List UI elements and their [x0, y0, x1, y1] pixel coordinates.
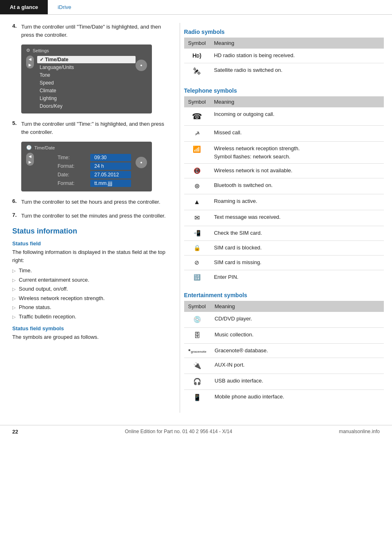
format1-label: Format:: [58, 163, 90, 169]
table-row: HD) HD radio station is being received.: [184, 49, 384, 63]
tel-sym-bluetooth: ⊛: [184, 178, 210, 194]
radio-sym-satellite: 🛰: [184, 63, 210, 80]
telephone-table-header: Symbol Meaning: [184, 96, 384, 107]
step-5-text: Turn the controller until "Time:" is hig…: [21, 120, 172, 136]
time-row-date: Date: 27.05.2012: [37, 171, 136, 178]
table-row: ⊛ Bluetooth is switched on.: [184, 178, 384, 194]
time-row-format1: Format: 24 h: [37, 162, 136, 170]
step-4: 4. Turn the controller until "Time/Date"…: [12, 23, 172, 39]
ent-col-meaning: Meaning: [210, 301, 384, 312]
bullet-wireless: ▷ Wireless network reception strength.: [12, 294, 172, 302]
bullet-text-sound: Sound output, on/off.: [19, 285, 68, 293]
tel-col-symbol: Symbol: [184, 96, 210, 107]
entertainment-table-body: 💿 CD/DVD player. 🗄 Music collection. ●gr…: [184, 312, 384, 405]
tel-sym-pin: 🔢: [184, 270, 210, 285]
tel-meaning-bluetooth: Bluetooth is switched on.: [210, 178, 384, 194]
menu-item-doors: Doors/Key: [37, 102, 136, 110]
table-row: ✉ Text message was received.: [184, 210, 384, 226]
tel-meaning-missed: Missed call.: [210, 126, 384, 142]
format1-value: 24 h: [90, 162, 131, 170]
ent-meaning-aux: AUX-IN port.: [210, 358, 384, 374]
ent-sym-aux: 🔌: [184, 358, 211, 374]
radio-table-body: HD) HD radio station is being received. …: [184, 49, 384, 80]
tel-sym-check-sim: 📲: [184, 226, 210, 241]
table-row: ▲ Roaming is active.: [184, 194, 384, 210]
menu-title-label: Settings: [33, 48, 49, 53]
ent-sym-usb: 🎧: [184, 374, 211, 389]
table-row: ●gracenote Gracenote® database.: [184, 344, 384, 358]
tel-meaning-check-sim: Check the SIM card.: [210, 226, 384, 241]
step-7-num: 7.: [12, 212, 21, 220]
tel-sym-sms: ✉: [184, 210, 210, 226]
bullet-sound: ▷ Sound output, on/off.: [12, 285, 172, 293]
step-6: 6. Turn the controller to set the hours …: [12, 198, 172, 206]
time-rows: Time: 09:30 Format: 24 h Date: 27.05.201…: [37, 153, 136, 188]
menu-title-settings: ⚙ Settings: [26, 48, 147, 53]
tab-idrive[interactable]: iDrive: [48, 0, 81, 14]
entertainment-symbols-heading: Entertainment symbols: [184, 292, 384, 298]
format2-value: tt.mm.jjjj: [90, 180, 131, 187]
status-field-desc: The following information is displayed i…: [12, 248, 172, 264]
bullet-arrow-5: ▷: [12, 304, 16, 311]
bullet-arrow-6: ▷: [12, 314, 16, 320]
time-row-format2: Format: tt.mm.jjjj: [37, 180, 136, 187]
nav-arrows: ◀ ▶: [26, 56, 34, 69]
format2-label: Format:: [58, 180, 90, 186]
ent-sym-music: 🗄: [184, 328, 211, 344]
step-4-num: 4.: [12, 23, 21, 39]
table-row: ☎ Incoming or outgoing call.: [184, 107, 384, 126]
tel-meaning-sim-missing: SIM card is missing.: [210, 256, 384, 270]
telephone-table-body: ☎ Incoming or outgoing call. ↗̶ Missed c…: [184, 107, 384, 285]
tel-meaning-sms: Text message was received.: [210, 210, 384, 226]
table-row: ⊘ SIM card is missing.: [184, 256, 384, 270]
time-date-content: ◀ ▶ Time: 09:30 Format: 24 h Da: [26, 153, 147, 188]
menu-items-list: ✓ Time/Date Language/Units Tone Speed Cl…: [37, 56, 136, 110]
bullet-arrow-4: ▷: [12, 295, 16, 302]
step-6-num: 6.: [12, 198, 21, 206]
time-nav-arrows: ◀ ▶: [26, 153, 34, 166]
table-row: 🔌 AUX-IN port.: [184, 358, 384, 374]
ent-meaning-mobile-audio: Mobile phone audio interface.: [210, 389, 384, 405]
bullet-arrow-3: ▷: [12, 286, 16, 293]
radio-table-header: Symbol Meaning: [184, 38, 384, 49]
step-4-text: Turn the controller until "Time/Date" is…: [21, 23, 172, 39]
table-row: 📲 Check the SIM card.: [184, 226, 384, 241]
time-controller-knob: ●: [136, 157, 147, 168]
tel-sym-roaming: ▲: [184, 194, 210, 210]
page-number: 22: [12, 429, 18, 435]
ent-sym-cd: 💿: [184, 312, 211, 328]
menu-item-language: Language/Units: [37, 64, 136, 71]
bullet-entertainment: ▷ Current entertainment source.: [12, 276, 172, 284]
tab-at-a-glance[interactable]: At a glance: [0, 0, 48, 14]
step-5-num: 5.: [12, 120, 21, 136]
bullet-text-phone: Phone status.: [19, 303, 51, 311]
main-content: 4. Turn the controller until "Time/Date"…: [0, 15, 392, 413]
radio-sym-hd: HD): [184, 49, 210, 63]
table-row: 🔢 Enter PIN.: [184, 270, 384, 285]
footer-text: Online Edition for Part no. 01 40 2 956 …: [125, 429, 232, 434]
ent-meaning-usb: USB audio interface.: [210, 374, 384, 389]
tel-meaning-sim-blocked: SIM card is blocked.: [210, 241, 384, 256]
step-7-text: Turn the controller to set the minutes a…: [21, 212, 166, 220]
settings-menu-mockup: ⚙ Settings ◀ ▶ ✓ Time/Date Language/Unit…: [21, 44, 152, 113]
time-row-time: Time: 09:30: [37, 154, 136, 161]
table-row: 🗄 Music collection.: [184, 328, 384, 344]
step-6-text: Turn the controller to set the hours and…: [21, 198, 160, 206]
bullet-traffic: ▷ Traffic bulletin reception.: [12, 313, 172, 321]
time-date-label: Time/Date: [34, 145, 55, 150]
footer-right: manualsonline.info: [339, 429, 380, 434]
tel-sym-no-signal: 📵: [184, 164, 210, 178]
menu-item-time-date: ✓ Time/Date: [37, 56, 136, 63]
menu-item-climate: Climate: [37, 87, 136, 94]
status-information-heading: Status information: [12, 227, 172, 236]
telephone-symbols-heading: Telephone symbols: [184, 87, 384, 94]
entertainment-symbols-table: Symbol Meaning 💿 CD/DVD player. 🗄 Music …: [184, 301, 384, 405]
radio-col-symbol: Symbol: [184, 38, 210, 49]
tel-col-meaning: Meaning: [210, 96, 384, 107]
tel-meaning-call: Incoming or outgoing call.: [210, 107, 384, 126]
ent-sym-mobile-audio: 📱: [184, 389, 211, 405]
menu-item-speed: Speed: [37, 79, 136, 87]
tel-meaning-signal: Wireless network reception strength.Symb…: [210, 142, 384, 164]
radio-col-meaning: Meaning: [210, 38, 384, 49]
ent-col-symbol: Symbol: [184, 301, 211, 312]
